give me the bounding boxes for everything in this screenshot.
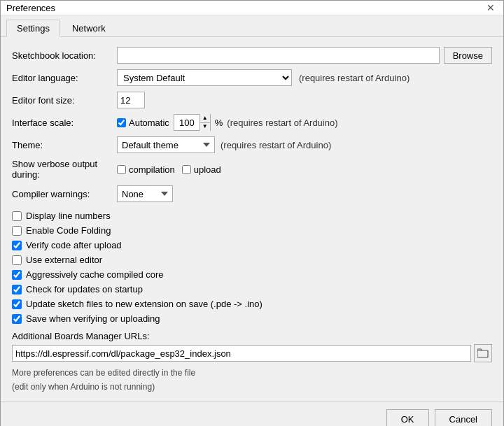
compiler-warnings-label: Compiler warnings: [12, 189, 117, 199]
checkbox-row-verify-code-after-upload: Verify code after upload [12, 240, 492, 250]
compiler-warnings-row: Compiler warnings: None Default More All [12, 185, 492, 202]
interface-scale-label: Interface scale: [12, 118, 117, 128]
browse-button[interactable]: Browse [444, 47, 492, 64]
use-external-editor-checkbox[interactable] [12, 255, 22, 265]
scale-unit: % [215, 118, 223, 128]
edit-note-text: (edit only when Arduino is not running) [12, 382, 492, 392]
check-for-updates-checkbox[interactable] [12, 285, 22, 294]
sketchbook-row: Sketchbook location: Browse [12, 47, 492, 64]
interface-scale-row: Interface scale: Automatic ▲ ▼ % (requir… [12, 114, 492, 131]
additional-boards-section: Additional Boards Manager URLs: [12, 331, 492, 362]
editor-language-row: Editor language: System Default (require… [12, 69, 492, 86]
editor-language-note: (requires restart of Arduino) [299, 73, 410, 83]
upload-label: upload [194, 164, 221, 175]
verbose-output-label: Show verbose output during: [12, 159, 117, 180]
scale-note: (requires restart of Arduino) [227, 118, 337, 128]
automatic-wrap: Automatic [117, 118, 169, 128]
upload-wrap: upload [182, 164, 221, 175]
tabs-bar: Settings Network [1, 15, 503, 37]
update-sketch-files-checkbox[interactable] [12, 299, 22, 309]
display-line-numbers-checkbox[interactable] [12, 211, 22, 221]
verbose-output-row: Show verbose output during: compilation … [12, 159, 492, 180]
automatic-label: Automatic [129, 118, 169, 128]
verbose-area: compilation upload [117, 164, 221, 175]
svg-rect-0 [477, 350, 488, 357]
additional-boards-input[interactable] [12, 345, 471, 362]
theme-label: Theme: [12, 140, 117, 150]
editor-language-label: Editor language: [12, 73, 117, 83]
aggressively-cache-checkbox[interactable] [12, 270, 22, 280]
editor-font-size-row: Editor font size: [12, 92, 492, 108]
sketchbook-label: Sketchbook location: [12, 50, 117, 61]
compiler-warnings-select[interactable]: None Default More All [117, 185, 173, 202]
theme-note: (requires restart of Arduino) [220, 140, 331, 150]
save-when-verifying-checkbox[interactable] [12, 314, 22, 324]
sketchbook-input[interactable] [117, 47, 440, 64]
folder-icon-button[interactable] [474, 344, 492, 362]
upload-checkbox[interactable] [182, 165, 191, 174]
verify-code-after-upload-label: Verify code after upload [26, 240, 122, 250]
settings-content: Sketchbook location: Browse Editor langu… [1, 37, 503, 402]
checkboxes-section: Display line numbersEnable Code FoldingV… [12, 211, 492, 324]
checkbox-row-aggressively-cache: Aggressively cache compiled core [12, 269, 492, 280]
spinbox-buttons: ▲ ▼ [200, 114, 210, 131]
theme-select[interactable]: Default theme [117, 136, 215, 153]
compilation-wrap: compilation [117, 164, 175, 175]
editor-font-size-label: Editor font size: [12, 95, 117, 106]
enable-code-folding-checkbox[interactable] [12, 226, 22, 236]
checkbox-row-use-external-editor: Use external editor [12, 255, 492, 265]
dialog-title: Preferences [6, 3, 55, 13]
bottom-buttons: OK Cancel [1, 402, 503, 426]
scale-value-input[interactable] [174, 115, 200, 130]
additional-boards-label: Additional Boards Manager URLs: [12, 331, 492, 341]
automatic-checkbox[interactable] [117, 118, 126, 127]
more-prefs-text: More preferences can be edited directly … [12, 368, 492, 378]
checkbox-row-save-when-verifying: Save when verifying or uploading [12, 313, 492, 324]
use-external-editor-label: Use external editor [26, 255, 102, 265]
scale-area: Automatic ▲ ▼ % (requires restart of Ard… [117, 114, 338, 131]
enable-code-folding-label: Enable Code Folding [26, 225, 111, 236]
aggressively-cache-label: Aggressively cache compiled core [26, 269, 164, 280]
display-line-numbers-label: Display line numbers [26, 211, 111, 221]
checkbox-row-update-sketch-files: Update sketch files to new extension on … [12, 299, 492, 309]
checkbox-row-enable-code-folding: Enable Code Folding [12, 225, 492, 236]
close-button[interactable]: ✕ [484, 1, 498, 15]
spinbox-up-button[interactable]: ▲ [200, 114, 210, 123]
tab-settings[interactable]: Settings [6, 20, 60, 37]
scale-spinbox: ▲ ▼ [174, 114, 211, 131]
compilation-checkbox[interactable] [117, 165, 126, 174]
editor-language-select[interactable]: System Default [117, 69, 292, 86]
cancel-button[interactable]: Cancel [435, 409, 492, 426]
spinbox-down-button[interactable]: ▼ [200, 123, 210, 132]
checkbox-row-display-line-numbers: Display line numbers [12, 211, 492, 221]
theme-select-wrap: Default theme (requires restart of Ardui… [117, 136, 331, 153]
additional-input-row [12, 344, 492, 362]
ok-button[interactable]: OK [386, 409, 429, 426]
checkbox-row-check-for-updates: Check for updates on startup [12, 284, 492, 294]
editor-font-size-input[interactable] [117, 92, 145, 108]
check-for-updates-label: Check for updates on startup [26, 284, 143, 294]
save-when-verifying-label: Save when verifying or uploading [26, 313, 160, 324]
preferences-dialog: Preferences ✕ Settings Network Sketchboo… [0, 0, 504, 426]
compilation-label: compilation [129, 164, 175, 175]
tab-network[interactable]: Network [62, 20, 116, 36]
title-bar: Preferences ✕ [1, 1, 503, 15]
verify-code-after-upload-checkbox[interactable] [12, 241, 22, 250]
update-sketch-files-label: Update sketch files to new extension on … [26, 299, 262, 309]
theme-row: Theme: Default theme (requires restart o… [12, 136, 492, 153]
